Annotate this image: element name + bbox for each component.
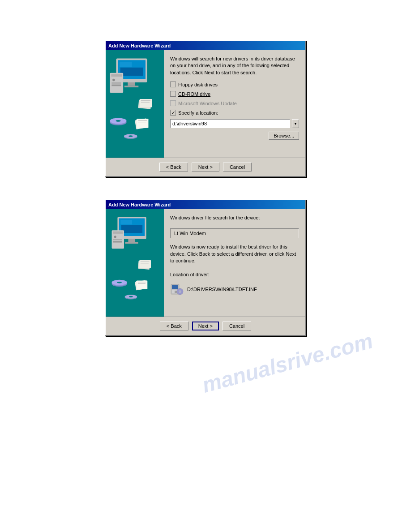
svg-point-27 bbox=[128, 135, 133, 137]
dialog2-driver-path: D:\DRIVERS\WIN98\LTDFT.INF bbox=[187, 287, 257, 292]
dialog1-main: Windows will search for new drivers in i… bbox=[106, 50, 305, 158]
svg-rect-50 bbox=[139, 260, 151, 268]
dialog2-right: Windows driver file search for the devic… bbox=[164, 209, 305, 317]
dialog1-buttons: < Back Next > Cancel bbox=[106, 158, 305, 176]
svg-point-15 bbox=[116, 120, 121, 122]
dialog2: Add New Hardware Wizard bbox=[105, 199, 306, 336]
dialog2-next-button[interactable]: Next > bbox=[192, 322, 219, 330]
svg-point-43 bbox=[117, 282, 122, 283]
dialog2-location-label: Location of driver: bbox=[170, 272, 299, 277]
dialog2-description-top: Windows driver file search for the devic… bbox=[170, 215, 299, 221]
svg-rect-59 bbox=[175, 291, 177, 293]
checkbox-msupdate-row: Microsoft Windows Update bbox=[170, 100, 299, 106]
svg-rect-18 bbox=[137, 119, 149, 128]
dialog2-buttons: < Back Next > Cancel bbox=[106, 317, 305, 335]
svg-rect-3 bbox=[120, 62, 132, 67]
checkbox-msupdate-label: Microsoft Windows Update bbox=[178, 101, 237, 106]
checkbox-location-label: Specify a location: bbox=[178, 110, 218, 116]
dialog2-cancel-button[interactable]: Cancel bbox=[223, 322, 251, 330]
dialog2-driver-location-row: D:\DRIVERS\WIN98\LTDFT.INF bbox=[170, 283, 299, 296]
dialog1-right: Windows will search for new drivers in i… bbox=[164, 50, 305, 158]
svg-rect-31 bbox=[120, 220, 132, 224]
svg-rect-4 bbox=[120, 68, 143, 76]
checkbox-cdrom[interactable] bbox=[170, 91, 176, 97]
svg-rect-32 bbox=[121, 225, 142, 233]
svg-rect-10 bbox=[111, 82, 121, 84]
dialog2-back-button[interactable]: < Back bbox=[160, 322, 188, 330]
svg-rect-33 bbox=[128, 239, 135, 242]
dialog2-main: Windows driver file search for the devic… bbox=[106, 209, 305, 317]
dialog1-titlebar: Add New Hardware Wizard bbox=[106, 41, 305, 50]
svg-rect-22 bbox=[140, 99, 152, 107]
watermark: manualsrive.com bbox=[199, 328, 375, 398]
svg-point-9 bbox=[112, 79, 115, 82]
dialog1-illustration bbox=[106, 50, 164, 158]
location-dropdown-arrow[interactable] bbox=[292, 119, 299, 128]
checkbox-floppy[interactable] bbox=[170, 82, 176, 87]
dialog2-illustration bbox=[106, 209, 164, 317]
dialog1-description: Windows will search for new drivers in i… bbox=[170, 56, 299, 76]
dialog2-titlebar: Add New Hardware Wizard bbox=[106, 200, 305, 209]
checkbox-location[interactable] bbox=[170, 110, 176, 116]
svg-rect-46 bbox=[137, 280, 147, 289]
dialog1-next-button[interactable]: Next > bbox=[192, 163, 219, 172]
svg-point-37 bbox=[114, 236, 116, 238]
page-container: manualsrive.com Add New Hardware Wizard bbox=[0, 0, 411, 532]
floppy-cd-icon bbox=[170, 283, 184, 296]
location-input-row bbox=[170, 119, 299, 128]
svg-point-55 bbox=[129, 296, 133, 297]
checkbox-location-row[interactable]: Specify a location: bbox=[170, 110, 299, 116]
browse-button[interactable]: Browse... bbox=[269, 132, 299, 140]
location-input[interactable] bbox=[170, 119, 290, 128]
checkbox-cdrom-row[interactable]: CD-ROM drive bbox=[170, 91, 299, 97]
svg-rect-11 bbox=[111, 85, 121, 86]
svg-rect-39 bbox=[113, 241, 122, 242]
dialog2-title: Add New Hardware Wizard bbox=[108, 202, 171, 207]
svg-rect-36 bbox=[113, 232, 123, 234]
dialog1-title: Add New Hardware Wizard bbox=[108, 43, 171, 48]
svg-rect-57 bbox=[172, 285, 178, 289]
dialog1-back-button[interactable]: < Back bbox=[159, 163, 188, 172]
svg-rect-8 bbox=[111, 74, 122, 77]
svg-rect-34 bbox=[125, 242, 138, 244]
checkbox-msupdate bbox=[170, 100, 176, 106]
checkbox-floppy-label: Floppy disk drives bbox=[178, 82, 218, 87]
dialog1-content: Windows will search for new drivers in i… bbox=[106, 50, 305, 176]
dialog2-description-middle: Windows is now ready to install the best… bbox=[170, 244, 299, 264]
dialog2-content: Windows driver file search for the devic… bbox=[106, 209, 305, 335]
svg-rect-38 bbox=[113, 239, 122, 240]
dialog1: Add New Hardware Wizard bbox=[105, 40, 306, 177]
checkbox-cdrom-label: CD-ROM drive bbox=[178, 91, 210, 97]
checkbox-floppy-row[interactable]: Floppy disk drives bbox=[170, 82, 299, 87]
svg-rect-5 bbox=[128, 82, 135, 86]
svg-point-62 bbox=[180, 291, 180, 292]
dialog1-cancel-button[interactable]: Cancel bbox=[223, 163, 252, 172]
svg-rect-6 bbox=[124, 86, 138, 87]
dialog2-device-name: Lt Win Modem bbox=[170, 228, 299, 238]
